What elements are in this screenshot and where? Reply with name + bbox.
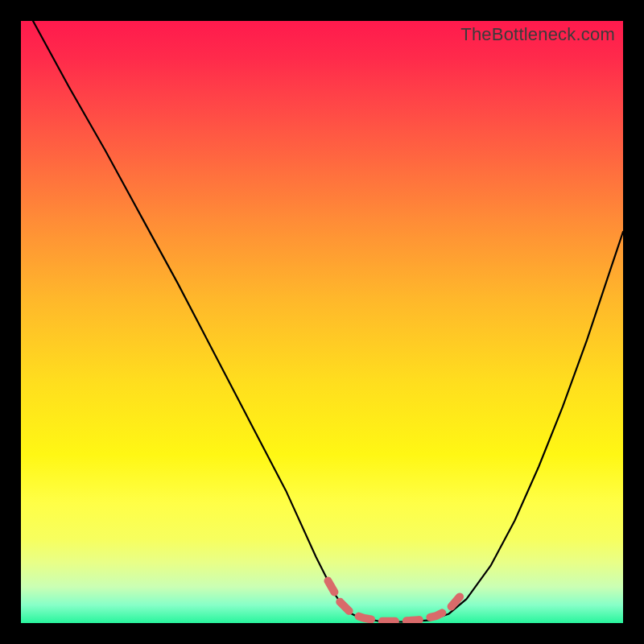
chart-frame: TheBottleneck.com	[0, 0, 644, 644]
plot-area: TheBottleneck.com	[21, 21, 623, 623]
chart-curve	[33, 21, 623, 622]
chart-svg	[21, 21, 623, 623]
chart-highlight	[328, 581, 461, 621]
